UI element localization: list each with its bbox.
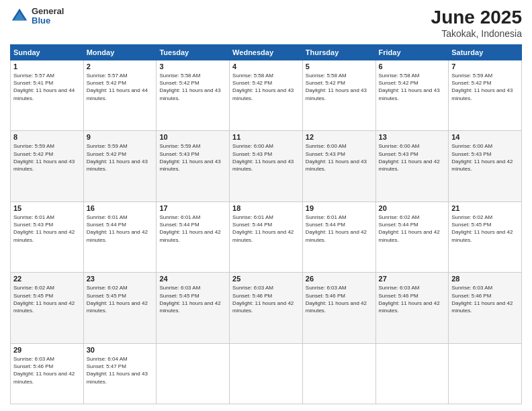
calendar-cell: 25 Sunrise: 6:03 AM Sunset: 5:46 PM Dayl… — [230, 273, 303, 343]
day-number: 3 — [159, 62, 226, 71]
day-number: 30 — [87, 346, 154, 354]
calendar-cell — [302, 343, 375, 404]
day-number: 29 — [13, 346, 81, 354]
cell-info: Sunrise: 5:59 AM Sunset: 5:42 PM Dayligh… — [13, 142, 81, 173]
day-number: 7 — [451, 62, 519, 71]
calendar-cell: 28 Sunrise: 6:03 AM Sunset: 5:46 PM Dayl… — [449, 273, 522, 343]
logo-text: General Blue — [32, 7, 64, 26]
day-number: 21 — [451, 204, 519, 212]
day-number: 4 — [232, 62, 300, 71]
calendar-cell: 15 Sunrise: 6:01 AM Sunset: 5:43 PM Dayl… — [11, 201, 84, 272]
day-number: 8 — [13, 133, 81, 141]
day-number: 5 — [306, 62, 373, 71]
cell-info: Sunrise: 5:59 AM Sunset: 5:42 PM Dayligh… — [451, 72, 519, 102]
calendar-cell: 21 Sunrise: 6:02 AM Sunset: 5:45 PM Dayl… — [449, 201, 522, 272]
day-number: 22 — [13, 275, 81, 283]
cell-info: Sunrise: 6:04 AM Sunset: 5:47 PM Dayligh… — [87, 355, 154, 385]
day-number: 1 — [13, 62, 81, 71]
calendar-header-row: SundayMondayTuesdayWednesdayThursdayFrid… — [11, 45, 522, 60]
cell-info: Sunrise: 6:00 AM Sunset: 5:43 PM Dayligh… — [451, 142, 519, 173]
calendar-week-4: 22 Sunrise: 6:02 AM Sunset: 5:45 PM Dayl… — [11, 273, 522, 343]
calendar-cell: 2 Sunrise: 5:57 AM Sunset: 5:42 PM Dayli… — [83, 60, 157, 131]
cell-info: Sunrise: 5:59 AM Sunset: 5:43 PM Dayligh… — [159, 142, 226, 173]
logo-icon — [10, 7, 29, 26]
cell-info: Sunrise: 6:00 AM Sunset: 5:43 PM Dayligh… — [379, 142, 446, 173]
day-number: 17 — [159, 204, 226, 212]
calendar-cell: 13 Sunrise: 6:00 AM Sunset: 5:43 PM Dayl… — [375, 131, 449, 201]
logo-blue: Blue — [32, 16, 64, 26]
calendar-cell — [230, 343, 303, 404]
calendar-cell: 30 Sunrise: 6:04 AM Sunset: 5:47 PM Dayl… — [83, 343, 157, 404]
title-block: June 2025 Takokak, Indonesia — [431, 7, 522, 39]
day-number: 18 — [232, 204, 300, 212]
cell-info: Sunrise: 6:02 AM Sunset: 5:44 PM Dayligh… — [379, 214, 446, 244]
logo-general: General — [32, 7, 64, 16]
calendar-cell: 14 Sunrise: 6:00 AM Sunset: 5:43 PM Dayl… — [449, 131, 522, 201]
cell-info: Sunrise: 6:01 AM Sunset: 5:44 PM Dayligh… — [232, 214, 300, 244]
header: General Blue June 2025 Takokak, Indonesi… — [10, 7, 522, 39]
calendar-cell: 29 Sunrise: 6:03 AM Sunset: 5:46 PM Dayl… — [11, 343, 84, 404]
calendar-cell: 11 Sunrise: 6:00 AM Sunset: 5:43 PM Dayl… — [230, 131, 303, 201]
day-number: 12 — [306, 133, 373, 141]
calendar-cell: 12 Sunrise: 6:00 AM Sunset: 5:43 PM Dayl… — [302, 131, 375, 201]
calendar-header-sunday: Sunday — [11, 45, 84, 60]
day-number: 16 — [87, 204, 154, 212]
day-number: 23 — [87, 275, 154, 283]
day-number: 26 — [306, 275, 373, 283]
location: Takokak, Indonesia — [431, 28, 522, 39]
calendar-header-wednesday: Wednesday — [230, 45, 303, 60]
calendar-cell: 17 Sunrise: 6:01 AM Sunset: 5:44 PM Dayl… — [157, 201, 230, 272]
calendar-cell — [157, 343, 230, 404]
calendar-cell: 26 Sunrise: 6:03 AM Sunset: 5:46 PM Dayl… — [302, 273, 375, 343]
cell-info: Sunrise: 5:58 AM Sunset: 5:42 PM Dayligh… — [232, 72, 300, 102]
calendar-cell: 3 Sunrise: 5:58 AM Sunset: 5:42 PM Dayli… — [157, 60, 230, 131]
day-number: 9 — [87, 133, 154, 141]
cell-info: Sunrise: 6:03 AM Sunset: 5:46 PM Dayligh… — [306, 284, 373, 314]
cell-info: Sunrise: 6:01 AM Sunset: 5:44 PM Dayligh… — [159, 214, 226, 244]
calendar-cell: 20 Sunrise: 6:02 AM Sunset: 5:44 PM Dayl… — [375, 201, 449, 272]
calendar-header-monday: Monday — [83, 45, 157, 60]
calendar-week-3: 15 Sunrise: 6:01 AM Sunset: 5:43 PM Dayl… — [11, 201, 522, 272]
day-number: 6 — [379, 62, 446, 71]
day-number: 15 — [13, 204, 81, 212]
calendar-table: SundayMondayTuesdayWednesdayThursdayFrid… — [10, 44, 522, 404]
calendar-cell: 6 Sunrise: 5:58 AM Sunset: 5:42 PM Dayli… — [375, 60, 449, 131]
cell-info: Sunrise: 6:03 AM Sunset: 5:46 PM Dayligh… — [13, 355, 81, 385]
cell-info: Sunrise: 6:00 AM Sunset: 5:43 PM Dayligh… — [232, 142, 300, 173]
cell-info: Sunrise: 6:01 AM Sunset: 5:44 PM Dayligh… — [87, 214, 154, 244]
calendar-cell: 9 Sunrise: 5:59 AM Sunset: 5:42 PM Dayli… — [83, 131, 157, 201]
calendar-cell — [449, 343, 522, 404]
cell-info: Sunrise: 5:58 AM Sunset: 5:42 PM Dayligh… — [159, 72, 226, 102]
page: General Blue June 2025 Takokak, Indonesi… — [0, 0, 532, 411]
cell-info: Sunrise: 6:01 AM Sunset: 5:43 PM Dayligh… — [13, 214, 81, 244]
cell-info: Sunrise: 5:57 AM Sunset: 5:42 PM Dayligh… — [87, 72, 154, 102]
cell-info: Sunrise: 6:03 AM Sunset: 5:45 PM Dayligh… — [159, 284, 226, 314]
calendar-cell: 8 Sunrise: 5:59 AM Sunset: 5:42 PM Dayli… — [11, 131, 84, 201]
cell-info: Sunrise: 6:01 AM Sunset: 5:44 PM Dayligh… — [306, 214, 373, 244]
day-number: 24 — [159, 275, 226, 283]
calendar-header-saturday: Saturday — [449, 45, 522, 60]
day-number: 14 — [451, 133, 519, 141]
day-number: 2 — [87, 62, 154, 71]
cell-info: Sunrise: 6:02 AM Sunset: 5:45 PM Dayligh… — [87, 284, 154, 314]
cell-info: Sunrise: 6:03 AM Sunset: 5:46 PM Dayligh… — [379, 284, 446, 314]
cell-info: Sunrise: 6:02 AM Sunset: 5:45 PM Dayligh… — [13, 284, 81, 314]
calendar-week-5: 29 Sunrise: 6:03 AM Sunset: 5:46 PM Dayl… — [11, 343, 522, 404]
calendar-header-thursday: Thursday — [302, 45, 375, 60]
calendar-cell: 4 Sunrise: 5:58 AM Sunset: 5:42 PM Dayli… — [230, 60, 303, 131]
cell-info: Sunrise: 6:03 AM Sunset: 5:46 PM Dayligh… — [232, 284, 300, 314]
cell-info: Sunrise: 5:59 AM Sunset: 5:42 PM Dayligh… — [87, 142, 154, 173]
cell-info: Sunrise: 5:57 AM Sunset: 5:41 PM Dayligh… — [13, 72, 81, 102]
calendar-header-friday: Friday — [375, 45, 449, 60]
logo: General Blue — [10, 7, 64, 26]
calendar-cell: 24 Sunrise: 6:03 AM Sunset: 5:45 PM Dayl… — [157, 273, 230, 343]
cell-info: Sunrise: 5:58 AM Sunset: 5:42 PM Dayligh… — [379, 72, 446, 102]
calendar-cell — [375, 343, 449, 404]
calendar-cell: 5 Sunrise: 5:58 AM Sunset: 5:42 PM Dayli… — [302, 60, 375, 131]
day-number: 27 — [379, 275, 446, 283]
calendar-cell: 22 Sunrise: 6:02 AM Sunset: 5:45 PM Dayl… — [11, 273, 84, 343]
calendar-cell: 23 Sunrise: 6:02 AM Sunset: 5:45 PM Dayl… — [83, 273, 157, 343]
day-number: 28 — [451, 275, 519, 283]
cell-info: Sunrise: 6:03 AM Sunset: 5:46 PM Dayligh… — [451, 284, 519, 314]
calendar-cell: 7 Sunrise: 5:59 AM Sunset: 5:42 PM Dayli… — [449, 60, 522, 131]
